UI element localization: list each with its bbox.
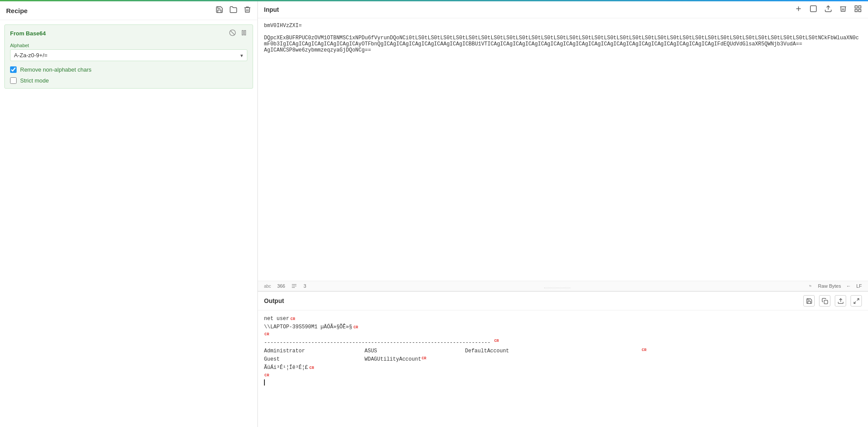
input-new-file-icon[interactable] [809, 5, 817, 14]
recipe-save-icon[interactable] [215, 6, 223, 15]
output-text-net-user: net user [264, 315, 289, 323]
output-copy-icon[interactable] [819, 295, 830, 306]
raw-bytes-label[interactable]: Raw Bytes [818, 283, 841, 289]
output-title: Output [264, 297, 284, 304]
recipe-header-icons [215, 6, 251, 15]
cr-badge-2: CR [354, 324, 358, 331]
svg-line-18 [857, 298, 858, 300]
input-actions [795, 5, 862, 14]
status-left: abc 366 3 [264, 283, 306, 289]
col-space [509, 347, 641, 355]
input-status-bar: abc 366 3 Tr Raw Bytes ← LF [258, 281, 868, 291]
cr-badge-1: CR [291, 316, 295, 322]
divider-dots [544, 288, 570, 288]
svg-rect-11 [859, 10, 861, 12]
output-line-special: ÃüÁí³É¹¦Íê³É¦£ CR [264, 364, 862, 372]
cr-badge-8: CR [264, 372, 269, 379]
input-add-icon[interactable] [795, 5, 802, 14]
cr-badge-6: CR [422, 355, 427, 364]
remove-nonalpha-checkbox[interactable] [10, 66, 17, 73]
pause-op-icon[interactable] [240, 29, 247, 38]
col-asus: ASUS [365, 347, 465, 355]
col-default-account: DefaultAccount [465, 347, 509, 355]
output-text-laptop: \\LAPTOP-39S590M1 µÄÓÃ»§ÕÊ»§ [264, 323, 352, 331]
output-section: Output n [258, 292, 868, 427]
output-actions [803, 295, 862, 306]
recipe-open-icon[interactable] [229, 6, 237, 15]
output-upload-icon[interactable] [835, 295, 846, 306]
recipe-title: Recipe [6, 7, 28, 14]
col-guest: Guest [264, 355, 365, 364]
output-cursor-line [264, 379, 862, 386]
status-lines-icon [291, 283, 297, 289]
cr-badge-7: CR [309, 365, 314, 371]
svg-rect-10 [855, 10, 857, 12]
status-label-abc: abc [264, 284, 271, 289]
lf-label[interactable]: LF [856, 283, 862, 289]
text-cursor [264, 379, 265, 386]
status-right: Tr Raw Bytes ← LF [809, 283, 862, 289]
output-dashes: ----------------------------------------… [264, 340, 490, 346]
recipe-card-header: From Base64 [10, 29, 247, 38]
strict-mode-row: Strict mode [10, 77, 247, 84]
recipe-panel-header: Recipe [0, 1, 257, 20]
status-arrow: ← [846, 283, 851, 289]
status-divider-area [306, 284, 809, 288]
status-chars: 366 [277, 283, 285, 289]
col-wdag: WDAGUtilityAccount [365, 355, 421, 364]
input-text-content[interactable]: bmV0IHVzZXI= DQpcXExBUFRPUC0zOVM1OTBNMSC… [258, 18, 868, 281]
recipe-delete-icon[interactable] [243, 6, 251, 15]
remove-nonalpha-row: Remove non-alphabet chars [10, 66, 247, 73]
strict-mode-label: Strict mode [20, 77, 49, 84]
output-line-cr-only: CR [264, 331, 862, 337]
alphabet-select[interactable]: A-Za-z0-9+/= A-Za-z0-9-_ A-Za-z0-9-_= [10, 49, 247, 61]
output-line-cr2: CR [264, 372, 862, 379]
alphabet-select-row: A-Za-z0-9+/= A-Za-z0-9-_ A-Za-z0-9-_= ▼ [10, 49, 247, 61]
strict-mode-checkbox[interactable] [10, 77, 17, 84]
left-panel: Recipe From Base64 [0, 1, 258, 427]
output-save-icon[interactable] [803, 295, 815, 306]
svg-rect-16 [824, 300, 827, 303]
output-special-chars: ÃüÁí³É¹¦Íê³É¦£ [264, 364, 308, 372]
remove-nonalpha-label: Remove non-alphabet chars [20, 66, 91, 73]
raw-bytes-icon: Tr [809, 283, 815, 289]
output-accounts-row2: Guest WDAGUtilityAccount CR [264, 355, 862, 364]
input-trash-icon[interactable] [839, 5, 847, 14]
output-dashes-line: ----------------------------------------… [264, 338, 862, 347]
input-section: Input [258, 1, 868, 292]
input-grid-icon[interactable] [854, 5, 862, 14]
main-layout: Recipe From Base64 [0, 1, 868, 427]
output-accounts-row1: Administrator ASUS DefaultAccount CR [264, 347, 862, 355]
output-text-content: net user CR \\LAPTOP-39S590M1 µÄÓÃ»§ÕÊ»§… [258, 310, 868, 427]
recipe-op-name: From Base64 [10, 30, 46, 37]
recipe-from-base64-card: From Base64 Alphabet A-Za-z0-9+/= A-Za-z… [4, 24, 253, 89]
input-upload-icon[interactable] [824, 5, 832, 14]
svg-text:Tr: Tr [809, 285, 811, 287]
cr-badge-3: CR [264, 331, 269, 337]
recipe-card-actions [229, 29, 247, 38]
disable-op-icon[interactable] [229, 29, 236, 38]
svg-rect-3 [244, 31, 246, 35]
input-header: Input [258, 1, 868, 18]
output-header: Output [258, 292, 868, 310]
alphabet-label: Alphabet [10, 43, 247, 48]
svg-line-1 [230, 31, 234, 34]
right-panel: Input [258, 1, 868, 427]
cr-badge-4: CR [494, 339, 499, 343]
svg-line-19 [854, 301, 855, 303]
svg-rect-2 [242, 31, 243, 35]
alphabet-select-wrapper: A-Za-z0-9+/= A-Za-z0-9-_ A-Za-z0-9-_= ▼ [10, 49, 247, 61]
svg-rect-6 [810, 6, 816, 12]
output-line-1: net user CR [264, 315, 862, 323]
svg-rect-8 [855, 6, 857, 8]
col-administrator: Administrator [264, 347, 365, 355]
output-line-2: \\LAPTOP-39S590M1 µÄÓÃ»§ÕÊ»§ CR [264, 323, 862, 331]
input-title: Input [264, 6, 279, 13]
svg-rect-9 [859, 6, 861, 8]
output-expand-icon[interactable] [851, 295, 862, 306]
cr-badge-5: CR [642, 347, 646, 355]
